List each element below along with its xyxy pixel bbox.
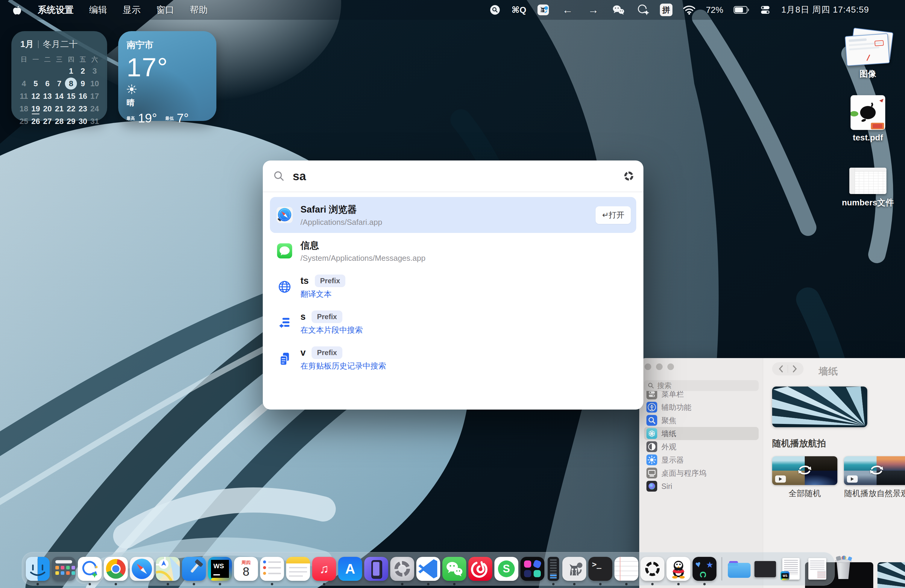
gear-icon[interactable] (624, 172, 633, 181)
control-center-icon[interactable] (759, 4, 771, 16)
dock-downloads-folder[interactable] (727, 557, 751, 581)
dock-netease-music[interactable] (468, 557, 492, 581)
weather-low-label: 最低 (165, 116, 174, 121)
running-indicator-dot (323, 583, 325, 585)
result-title: s (300, 311, 306, 322)
weather-widget[interactable]: 南宁市 17° 晴 最高 19° 最低 7° (118, 31, 216, 121)
search-icon (648, 382, 654, 389)
weather-high-value: 19° (138, 111, 157, 126)
current-wallpaper-preview[interactable] (772, 386, 867, 427)
spotlight-result-Safari 浏览器[interactable]: Safari 浏览器/Applications/Safari.app↵打开 (270, 197, 636, 233)
menubar-clock[interactable]: 1月8日 周四 17:45:59 (781, 4, 869, 16)
forward-arrow-status-icon[interactable]: → (586, 3, 601, 16)
dock-reminders[interactable] (260, 557, 284, 581)
dock-wechat[interactable] (442, 557, 466, 581)
dock-cat[interactable] (562, 557, 586, 581)
sidebar-item-spotlight[interactable]: 聚焦 (644, 414, 759, 427)
dock-xcode[interactable] (182, 557, 206, 581)
search-status-icon[interactable] (489, 3, 501, 16)
dock-min-window-ws[interactable]: WS (779, 557, 803, 581)
apple-menu-icon[interactable] (12, 4, 22, 16)
dock-bars[interactable] (546, 557, 560, 581)
sidebar-item-label: 聚焦 (661, 416, 676, 426)
desktop-file-images[interactable]: 图像 (835, 30, 901, 79)
settings-search-field[interactable]: 搜索 (644, 380, 759, 391)
sidebar-item-appearance[interactable]: 外观 (644, 440, 759, 453)
wallpaper-thumb-nature[interactable]: 随机播放自然景观 (844, 456, 905, 499)
dock-min-window-doc[interactable] (805, 557, 829, 581)
cmdq-status-item[interactable]: ⌘Q (511, 5, 526, 15)
forward-chevron-icon[interactable] (788, 364, 802, 374)
shuffle-icon (868, 464, 885, 477)
zoom-window-button[interactable] (667, 364, 674, 370)
sidebar-item-siri[interactable]: Siri (644, 480, 759, 493)
calendar-day-6: 6 (41, 77, 53, 90)
dock-maps[interactable] (156, 557, 180, 581)
menu-view[interactable]: 显示 (123, 4, 141, 16)
menu-edit[interactable]: 编辑 (89, 4, 107, 16)
dock-music[interactable]: ♫ (312, 557, 336, 581)
sidebar-item-desktop-dock[interactable]: 桌面与程序坞 (644, 466, 759, 480)
sidebar-item-label: 辅助功能 (661, 402, 691, 412)
dock-appstore[interactable]: A (338, 557, 362, 581)
minimize-window-button[interactable] (656, 364, 663, 370)
ai-chat-status-icon[interactable] (636, 3, 650, 16)
dock-chat-app[interactable] (78, 557, 102, 581)
menu-help[interactable]: 帮助 (190, 4, 208, 16)
sidebar-item-accessibility[interactable]: 辅助功能 (644, 400, 759, 414)
dock-iphone-mirroring[interactable] (364, 557, 388, 581)
input-method-badge[interactable]: 拼 (660, 3, 672, 16)
sidebar-item-wallpaper[interactable]: 墙纸 (644, 427, 759, 440)
dock-chrome[interactable] (104, 557, 128, 581)
open-action-badge[interactable]: ↵打开 (595, 206, 631, 224)
window-traffic-lights[interactable] (645, 364, 674, 370)
desktop-file-numbers[interactable]: numbers文件 (835, 168, 901, 208)
dock-vscode[interactable] (416, 557, 440, 581)
wallpaper-thumb-all-random[interactable]: 全部随机 (772, 456, 837, 499)
close-window-button[interactable] (645, 364, 651, 370)
wechat-status-icon[interactable] (611, 4, 626, 16)
settings-panel-title: 墙纸 (819, 365, 838, 378)
dock-tiles[interactable] (521, 557, 545, 581)
dock-notes[interactable] (286, 557, 310, 581)
calendar-widget[interactable]: 1月 冬月二十 日一二三四五六 123456789101112131415161… (11, 31, 107, 121)
calendar-day-4: 4 (18, 77, 30, 90)
dock-finder[interactable] (26, 557, 50, 581)
dock-calendar[interactable]: 周四8 (234, 557, 258, 581)
dock-safari[interactable] (130, 557, 154, 581)
wallpaper-thumb-partial-fan[interactable] (878, 562, 905, 588)
dock-webstorm[interactable]: WS (208, 557, 232, 581)
dock-system-settings[interactable] (390, 557, 414, 581)
spotlight-result-s[interactable]: sPrefix在文本片段中搜索 (270, 305, 636, 341)
sidebar-item-displays[interactable]: 显示器 (644, 453, 759, 466)
dock-trash[interactable] (831, 557, 855, 581)
running-indicator-dot (219, 583, 221, 585)
spotlight-result-信息[interactable]: 信息/System/Applications/Messages.app (270, 233, 636, 269)
menu-window[interactable]: 窗口 (156, 4, 174, 16)
wifi-icon[interactable] (683, 5, 696, 15)
spotlight-search-bar[interactable]: sa (263, 161, 643, 192)
dock-hearts[interactable]: ♥★C (692, 557, 716, 581)
accessibility-icon (646, 402, 657, 413)
dock-terminal[interactable]: >_ (588, 557, 612, 581)
calendar-day-3: 3 (89, 65, 100, 77)
spotlight-query-text[interactable]: sa (293, 170, 624, 183)
dock: WS周四8♫AS>_♥★CWS (22, 552, 835, 586)
desktop-file-test-pdf[interactable]: test.pdf (835, 95, 901, 143)
calendar-day-23: 23 (77, 102, 89, 115)
menu-app-name[interactable]: 系统设置 (38, 4, 74, 16)
spotlight-result-ts[interactable]: tsPrefix翻译文本 (270, 269, 636, 305)
dock-chatgpt[interactable] (640, 557, 664, 581)
cat-app-status-icon[interactable] (537, 3, 550, 16)
result-subtitle: 翻译文本 (300, 289, 345, 299)
dock-min-window-dark[interactable] (753, 557, 777, 581)
battery-icon[interactable] (734, 6, 749, 14)
dock-launchpad[interactable] (52, 557, 76, 581)
back-chevron-icon[interactable] (774, 364, 788, 374)
calendar-day-8: 8 (65, 77, 77, 90)
spotlight-result-v[interactable]: vPrefix在剪贴板历史记录中搜索 (270, 341, 636, 377)
dock-green-s[interactable]: S (494, 557, 518, 581)
dock-notes-doc[interactable] (614, 557, 638, 581)
back-arrow-status-icon[interactable]: ← (560, 3, 575, 16)
dock-qq[interactable] (667, 557, 691, 581)
